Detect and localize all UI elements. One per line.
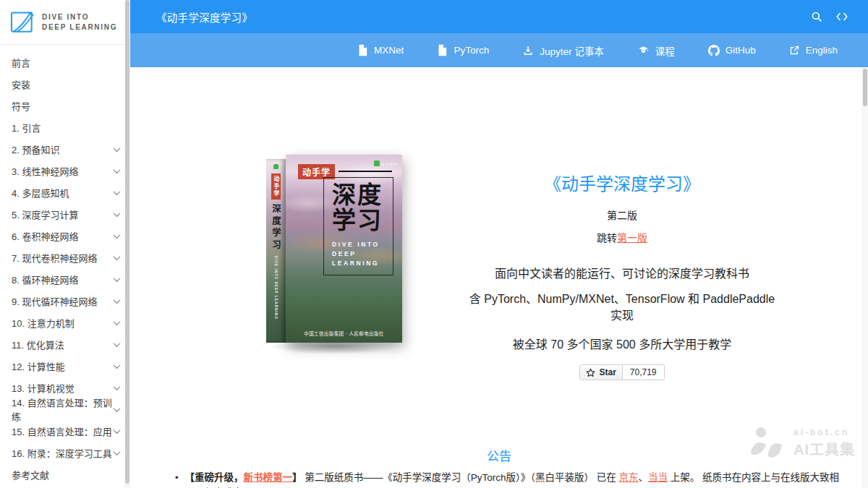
sidebar-item[interactable]: 安装 [0, 73, 130, 95]
announcement-text: 【重磅升级，新书榜第一】 第二版纸质书——《动手学深度学习（PyTorch版）》… [185, 471, 848, 488]
announcement-separator: 、 [639, 472, 649, 483]
sidebar-item-label: 15. 自然语言处理：应用 [12, 424, 112, 438]
chevron-down-icon[interactable] [114, 275, 121, 282]
book-title-line1: 深度 [332, 183, 393, 208]
announcement-bold-suffix: 】 [292, 472, 302, 483]
star-icon [586, 368, 595, 377]
sidebar-item[interactable]: 7. 现代卷积神经网络 [0, 247, 130, 268]
sidebar-item[interactable]: 1. 引言 [0, 116, 130, 138]
sidebar-item-label: 符号 [12, 99, 30, 113]
jump-prefix: 跳转 [597, 232, 617, 244]
sidebar-item[interactable]: 9. 现代循环神经网络 [0, 290, 130, 312]
d2l-homepage: DIVE INTO DEEP LEARNING 前言 安装 符号 [0, 0, 868, 488]
book-subtitle: DIVE INTO DEEP LEARNING [332, 240, 393, 269]
sidebar-item-label: 16. 附录：深度学习工具 [12, 446, 112, 460]
hero-section: 《动手学深度学习》 第二版 跳转第一版 面向中文读者的能运行、可讨论的深度学习教… [463, 170, 781, 380]
book-publisher-text: 中国工信出版集团 · 人民邮电出版社 [286, 330, 402, 337]
d2l-logo-icon [9, 9, 36, 36]
bullet-dot: • [175, 471, 179, 488]
chevron-down-icon[interactable] [114, 318, 121, 325]
sidebar-item-label: 14. 自然语言处理：预训练 [12, 395, 114, 423]
github-star-widget: Star 70,719 [579, 364, 664, 380]
chevron-down-icon[interactable] [114, 340, 121, 347]
course-icon [637, 45, 650, 56]
chevron-down-icon[interactable] [114, 145, 121, 152]
sidebar-item-label: 12. 计算性能 [12, 359, 65, 373]
sidebar-item[interactable]: 14. 自然语言处理：预训练 [0, 398, 130, 420]
sidebar-item-label: 6. 卷积神经网络 [12, 229, 78, 243]
github-star-button[interactable]: Star [580, 365, 622, 380]
watermark-domain: ai-bot.cn [793, 427, 855, 437]
pdf-file-icon [437, 44, 448, 56]
hero-title: 《动手学深度学习》 [463, 170, 781, 195]
chevron-down-icon[interactable] [114, 405, 121, 412]
chevron-down-icon[interactable] [114, 361, 121, 369]
top-header-bar: 《动手学深度学习》 [130, 0, 868, 33]
chevron-down-icon[interactable] [114, 296, 121, 304]
chevron-down-icon[interactable] [114, 427, 121, 434]
nav-item[interactable]: Jupyter 记事本 [522, 43, 604, 58]
chevron-down-icon[interactable] [114, 231, 121, 239]
chevron-down-icon[interactable] [114, 210, 121, 217]
nav-item[interactable]: MXNet [357, 44, 404, 56]
jd-link[interactable]: 京东 [619, 472, 639, 483]
sidebar-item-label: 2. 预备知识 [12, 142, 59, 156]
sidebar-item[interactable]: 10. 注意力机制 [0, 312, 130, 333]
sidebar-item[interactable]: 16. 附录：深度学习工具 [0, 442, 130, 463]
sidebar-scrollbar-track[interactable] [124, 0, 130, 488]
sidebar: DIVE INTO DEEP LEARNING 前言 安装 符号 [0, 0, 130, 488]
nav-item[interactable]: PyTorch [437, 44, 489, 56]
nav-item[interactable]: 课程 [637, 43, 675, 58]
sidebar-scrollbar-thumb[interactable] [125, 0, 129, 484]
chevron-down-icon[interactable] [114, 383, 121, 390]
sidebar-item[interactable]: 5. 深度学习计算 [0, 203, 130, 225]
chevron-down-icon[interactable] [114, 253, 121, 260]
star-label: Star [599, 367, 616, 377]
sidebar-item[interactable]: 15. 自然语言处理：应用 [0, 420, 130, 442]
sidebar-item[interactable]: 6. 卷积神经网络 [0, 225, 130, 247]
book-spine: 动手学 深度学习 DIVE INTO DEEP LEARNING [266, 159, 286, 343]
nav-item-label: English [806, 45, 838, 56]
publisher-mark: 异步图书 [374, 160, 397, 166]
sidebar-item-label: 13. 计算机视觉 [12, 381, 75, 395]
nav-item[interactable]: GitHub [708, 45, 756, 56]
page-scrollbar-track[interactable] [862, 67, 868, 488]
book-front-cover: 异步图书 动手学 深度 学习 DIVE INTO DEEP LEARNING 中… [286, 155, 402, 343]
github-star-count[interactable]: 70,719 [623, 365, 664, 380]
main-content: 动手学 深度学习 DIVE INTO DEEP LEARNING 异步图书 动手… [130, 67, 868, 488]
sidebar-item[interactable]: 11. 优化算法 [0, 333, 130, 355]
sidebar-item[interactable]: 2. 预备知识 [0, 138, 130, 160]
hero-implementations: 含 PyTorch、NumPy/MXNet、TensorFlow 和 Paddl… [463, 291, 781, 324]
sidebar-item-label: 参考文献 [12, 468, 49, 481]
search-icon[interactable] [809, 9, 824, 24]
nav-item-label: GitHub [726, 45, 756, 56]
sidebar-item[interactable]: 12. 计算性能 [0, 355, 130, 377]
site-logo[interactable]: DIVE INTO DEEP LEARNING [0, 0, 130, 45]
book-title-box: 深度 学习 DIVE INTO DEEP LEARNING [323, 177, 393, 275]
sidebar-item[interactable]: 4. 多层感知机 [0, 181, 130, 203]
book-cover: 动手学 深度学习 DIVE INTO DEEP LEARNING 异步图书 动手… [266, 155, 402, 347]
sidebar-item-label: 1. 引言 [12, 121, 41, 134]
ai-bot-logo-icon [749, 427, 786, 460]
sidebar-item[interactable]: 8. 循环神经网络 [0, 268, 130, 290]
code-icon[interactable] [835, 9, 849, 24]
chevron-down-icon[interactable] [114, 188, 121, 195]
toc-nav: 前言 安装 符号 1. 引言 2 [0, 45, 130, 485]
chevron-down-icon[interactable] [114, 448, 121, 455]
bestseller-link[interactable]: 新书榜第一 [244, 472, 293, 483]
sidebar-item[interactable]: 参考文献 [0, 463, 130, 485]
sidebar-item[interactable]: 3. 线性神经网络 [0, 160, 130, 181]
watermark-text: ai-bot.cn AI工具集 [793, 427, 855, 459]
sidebar-item-label: 8. 循环神经网络 [12, 273, 78, 286]
dangdang-link[interactable]: 当当 [648, 472, 668, 483]
chevron-down-icon[interactable] [114, 166, 121, 174]
sidebar-item[interactable]: 符号 [0, 95, 130, 116]
page-scrollbar-thumb[interactable] [863, 69, 867, 106]
nav-item[interactable]: English [789, 45, 838, 56]
hero-tagline: 面向中文读者的能运行、可讨论的深度学习教科书 [463, 264, 781, 281]
sidebar-item[interactable]: 前言 [0, 51, 130, 73]
first-edition-link[interactable]: 第一版 [617, 232, 647, 244]
pdf-file-icon [357, 44, 368, 56]
announcement-heading: 公告 [145, 446, 854, 464]
nav-item-label: PyTorch [454, 45, 489, 56]
